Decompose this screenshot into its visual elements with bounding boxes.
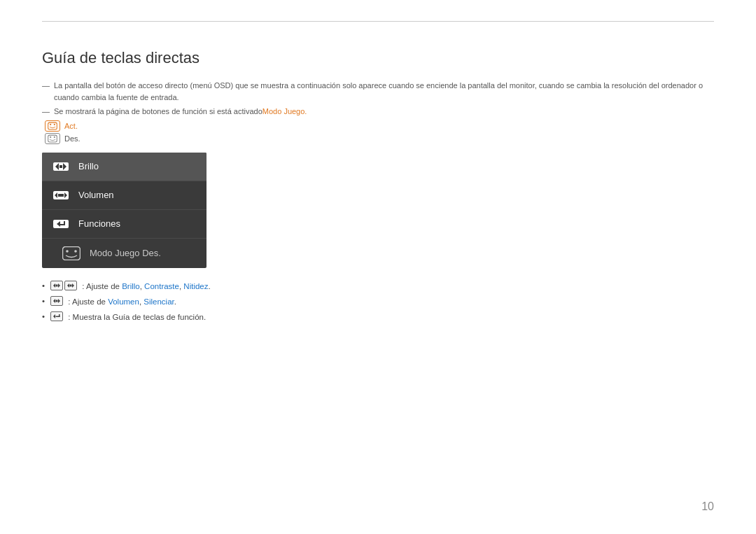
svg-rect-17 bbox=[64, 221, 65, 225]
bullet-2-icons bbox=[50, 296, 63, 306]
dash-1: — bbox=[42, 80, 50, 92]
bullet-dot-3: • bbox=[42, 312, 45, 321]
menu-box: Brillo Volumen bbox=[42, 153, 206, 268]
page-number: 10 bbox=[701, 500, 714, 513]
des-icon-box bbox=[45, 133, 60, 144]
bullet-3-content: : Muestra la Guía de teclas de función. bbox=[50, 311, 206, 321]
svg-rect-29 bbox=[56, 300, 58, 302]
svg-rect-18 bbox=[63, 246, 80, 260]
menu-item-brillo[interactable]: Brillo bbox=[42, 153, 206, 181]
bullet-3-icons bbox=[50, 311, 63, 321]
svg-rect-9 bbox=[59, 165, 62, 168]
link-silenciar: Silenciar bbox=[144, 297, 174, 306]
bullet-dot-2: • bbox=[42, 297, 45, 305]
brillo-icon bbox=[52, 160, 70, 174]
link-contraste: Contraste bbox=[144, 282, 179, 290]
desc-text-1: La pantalla del botón de acceso directo … bbox=[54, 80, 714, 103]
svg-point-4 bbox=[50, 136, 51, 137]
page-title: Guía de teclas directas bbox=[42, 49, 714, 67]
link-brillo: Brillo bbox=[122, 282, 140, 290]
brillo-label: Brillo bbox=[78, 161, 99, 171]
svg-point-19 bbox=[66, 250, 69, 253]
desc-text-2-link: Modo Juego. bbox=[262, 106, 307, 118]
des-label: Des. bbox=[64, 134, 80, 143]
legend-des: Des. bbox=[45, 133, 714, 144]
funciones-label: Funciones bbox=[78, 218, 120, 229]
bullet-2-content: : Ajuste de Volumen, Silenciar. bbox=[50, 296, 176, 306]
desc-line-1: — La pantalla del botón de acceso direct… bbox=[42, 80, 714, 103]
bullet-dot-1: • bbox=[42, 281, 45, 290]
act-icon-box bbox=[45, 120, 60, 132]
act-label: Act. bbox=[64, 122, 78, 130]
svg-marker-22 bbox=[58, 283, 60, 288]
description-block: — La pantalla del botón de acceso direct… bbox=[42, 80, 714, 144]
dash-2: — bbox=[42, 106, 50, 118]
brightness-btn-icon-2 bbox=[64, 281, 77, 290]
link-nitidez: Nitidez bbox=[183, 282, 208, 290]
top-divider bbox=[42, 21, 714, 22]
svg-marker-21 bbox=[53, 283, 55, 288]
svg-rect-3 bbox=[48, 135, 57, 142]
bullet-1-icons bbox=[50, 281, 77, 290]
svg-rect-0 bbox=[48, 122, 57, 129]
volume-btn-icon bbox=[50, 296, 63, 306]
svg-rect-13 bbox=[58, 194, 64, 197]
funciones-icon bbox=[52, 217, 70, 231]
svg-point-20 bbox=[74, 250, 77, 253]
desc-line-2: — Se mostrará la página de botones de fu… bbox=[42, 106, 714, 118]
svg-marker-28 bbox=[58, 299, 60, 303]
bullet-1: • bbox=[42, 281, 714, 290]
menu-item-volumen[interactable]: Volumen bbox=[42, 181, 206, 210]
bullets-section: • bbox=[42, 281, 714, 321]
svg-point-1 bbox=[50, 123, 51, 125]
link-volumen: Volumen bbox=[108, 297, 139, 306]
svg-marker-24 bbox=[67, 283, 69, 288]
desc-text-2-pre: Se mostrará la página de botones de func… bbox=[54, 106, 262, 118]
legend-act: Act. bbox=[45, 120, 714, 132]
menu-item-game-mode[interactable]: Modo Juego Des. bbox=[42, 239, 206, 268]
bullet-1-content: : Ajuste de Brillo, Contraste, Nitidez. bbox=[50, 281, 211, 290]
bullet-2: • : Ajuste de Volumen, Silenciar. bbox=[42, 296, 714, 306]
svg-marker-25 bbox=[72, 283, 74, 288]
bullet-3: • : Muestra la Guía de teclas de función… bbox=[42, 311, 714, 321]
brightness-btn-icon-1 bbox=[50, 281, 63, 290]
game-mode-label: Modo Juego Des. bbox=[90, 248, 161, 258]
volumen-icon bbox=[52, 188, 70, 202]
menu-item-funciones[interactable]: Funciones bbox=[42, 210, 206, 239]
svg-point-2 bbox=[54, 123, 55, 125]
svg-rect-26 bbox=[70, 284, 72, 286]
svg-marker-30 bbox=[53, 314, 55, 318]
volumen-label: Volumen bbox=[78, 190, 114, 200]
svg-point-5 bbox=[54, 136, 55, 137]
svg-rect-23 bbox=[56, 284, 58, 286]
svg-marker-27 bbox=[53, 299, 55, 303]
functions-btn-icon bbox=[50, 311, 63, 321]
svg-rect-32 bbox=[59, 314, 60, 317]
game-mode-icon bbox=[62, 246, 81, 261]
